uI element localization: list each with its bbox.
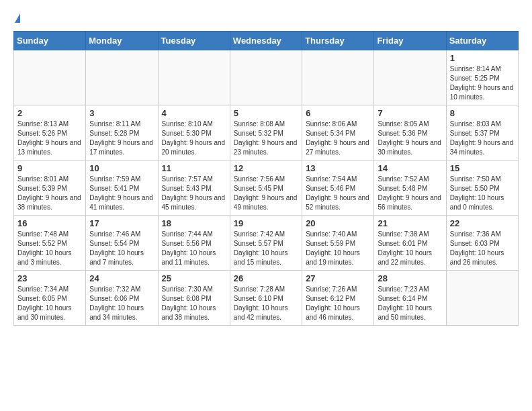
calendar-cell: 10Sunrise: 7:59 AM Sunset: 5:41 PM Dayli… — [86, 161, 158, 216]
day-number: 6 — [306, 108, 370, 118]
day-info: Sunrise: 7:56 AM Sunset: 5:45 PM Dayligh… — [234, 175, 298, 212]
calendar-cell: 8Sunrise: 8:03 AM Sunset: 5:37 PM Daylig… — [446, 105, 518, 161]
calendar-cell: 11Sunrise: 7:57 AM Sunset: 5:43 PM Dayli… — [158, 161, 230, 216]
calendar-cell: 5Sunrise: 8:08 AM Sunset: 5:32 PM Daylig… — [230, 105, 302, 161]
calendar-cell: 6Sunrise: 8:06 AM Sunset: 5:34 PM Daylig… — [302, 105, 374, 161]
day-info: Sunrise: 7:30 AM Sunset: 6:08 PM Dayligh… — [162, 285, 226, 322]
day-number: 25 — [162, 273, 226, 283]
day-number: 15 — [450, 163, 515, 173]
day-info: Sunrise: 7:36 AM Sunset: 6:03 PM Dayligh… — [450, 230, 515, 267]
calendar-cell — [86, 50, 158, 105]
day-info: Sunrise: 8:08 AM Sunset: 5:32 PM Dayligh… — [234, 120, 298, 157]
calendar-cell: 23Sunrise: 7:34 AM Sunset: 6:05 PM Dayli… — [14, 271, 86, 326]
day-number: 22 — [450, 218, 515, 228]
calendar-cell: 15Sunrise: 7:50 AM Sunset: 5:50 PM Dayli… — [446, 161, 518, 216]
calendar-cell: 19Sunrise: 7:42 AM Sunset: 5:57 PM Dayli… — [230, 216, 302, 271]
calendar-week-row: 2Sunrise: 8:13 AM Sunset: 5:26 PM Daylig… — [14, 105, 519, 161]
calendar-cell — [302, 50, 374, 105]
calendar-cell: 27Sunrise: 7:26 AM Sunset: 6:12 PM Dayli… — [302, 271, 374, 326]
calendar-week-row: 23Sunrise: 7:34 AM Sunset: 6:05 PM Dayli… — [14, 271, 519, 326]
calendar-cell: 20Sunrise: 7:40 AM Sunset: 5:59 PM Dayli… — [302, 216, 374, 271]
calendar-cell: 13Sunrise: 7:54 AM Sunset: 5:46 PM Dayli… — [302, 161, 374, 216]
day-info: Sunrise: 7:34 AM Sunset: 6:05 PM Dayligh… — [17, 285, 82, 322]
day-number: 1 — [450, 53, 515, 63]
day-info: Sunrise: 7:50 AM Sunset: 5:50 PM Dayligh… — [450, 175, 515, 212]
day-number: 4 — [162, 108, 226, 118]
calendar-cell: 21Sunrise: 7:38 AM Sunset: 6:01 PM Dayli… — [374, 216, 446, 271]
day-number: 27 — [306, 273, 370, 283]
column-header-thursday: Thursday — [302, 32, 374, 50]
day-number: 7 — [378, 108, 442, 118]
calendar-cell: 4Sunrise: 8:10 AM Sunset: 5:30 PM Daylig… — [158, 105, 230, 161]
day-info: Sunrise: 8:14 AM Sunset: 5:25 PM Dayligh… — [450, 64, 515, 102]
column-header-sunday: Sunday — [14, 32, 86, 50]
calendar-cell: 12Sunrise: 7:56 AM Sunset: 5:45 PM Dayli… — [230, 161, 302, 216]
day-number: 26 — [234, 273, 298, 283]
day-info: Sunrise: 7:40 AM Sunset: 5:59 PM Dayligh… — [306, 230, 370, 267]
header — [13, 13, 519, 24]
day-number: 20 — [306, 218, 370, 228]
day-number: 17 — [89, 218, 154, 228]
day-number: 28 — [378, 273, 442, 283]
calendar-cell: 17Sunrise: 7:46 AM Sunset: 5:54 PM Dayli… — [86, 216, 158, 271]
calendar-cell: 14Sunrise: 7:52 AM Sunset: 5:48 PM Dayli… — [374, 161, 446, 216]
day-number: 24 — [89, 273, 154, 283]
day-number: 10 — [89, 163, 154, 173]
day-number: 13 — [306, 163, 370, 173]
column-header-wednesday: Wednesday — [230, 32, 302, 50]
calendar-cell: 28Sunrise: 7:23 AM Sunset: 6:14 PM Dayli… — [374, 271, 446, 326]
calendar-cell: 9Sunrise: 8:01 AM Sunset: 5:39 PM Daylig… — [14, 161, 86, 216]
calendar-cell — [230, 50, 302, 105]
day-number: 11 — [162, 163, 226, 173]
day-number: 16 — [17, 218, 82, 228]
calendar-cell: 22Sunrise: 7:36 AM Sunset: 6:03 PM Dayli… — [446, 216, 518, 271]
calendar-table: SundayMondayTuesdayWednesdayThursdayFrid… — [13, 31, 519, 326]
day-info: Sunrise: 7:48 AM Sunset: 5:52 PM Dayligh… — [17, 230, 82, 267]
day-info: Sunrise: 7:26 AM Sunset: 6:12 PM Dayligh… — [306, 285, 370, 322]
logo-triangle-icon — [15, 13, 20, 23]
column-header-tuesday: Tuesday — [158, 32, 230, 50]
calendar-header-row: SundayMondayTuesdayWednesdayThursdayFrid… — [14, 32, 519, 50]
calendar-cell — [14, 50, 86, 105]
day-info: Sunrise: 8:03 AM Sunset: 5:37 PM Dayligh… — [450, 120, 515, 157]
day-info: Sunrise: 8:01 AM Sunset: 5:39 PM Dayligh… — [17, 175, 82, 212]
column-header-saturday: Saturday — [446, 32, 518, 50]
day-number: 19 — [234, 218, 298, 228]
day-number: 9 — [17, 163, 82, 173]
day-info: Sunrise: 7:59 AM Sunset: 5:41 PM Dayligh… — [89, 175, 154, 212]
day-number: 14 — [378, 163, 442, 173]
day-info: Sunrise: 7:54 AM Sunset: 5:46 PM Dayligh… — [306, 175, 370, 212]
day-info: Sunrise: 8:10 AM Sunset: 5:30 PM Dayligh… — [162, 120, 226, 157]
column-header-friday: Friday — [374, 32, 446, 50]
calendar-cell: 1Sunrise: 8:14 AM Sunset: 5:25 PM Daylig… — [446, 50, 518, 105]
day-number: 18 — [162, 218, 226, 228]
calendar-cell: 16Sunrise: 7:48 AM Sunset: 5:52 PM Dayli… — [14, 216, 86, 271]
day-number: 12 — [234, 163, 298, 173]
calendar-cell: 3Sunrise: 8:11 AM Sunset: 5:28 PM Daylig… — [86, 105, 158, 161]
day-info: Sunrise: 7:46 AM Sunset: 5:54 PM Dayligh… — [89, 230, 154, 267]
day-info: Sunrise: 7:32 AM Sunset: 6:06 PM Dayligh… — [89, 285, 154, 322]
column-header-monday: Monday — [86, 32, 158, 50]
calendar-cell: 7Sunrise: 8:05 AM Sunset: 5:36 PM Daylig… — [374, 105, 446, 161]
day-info: Sunrise: 7:44 AM Sunset: 5:56 PM Dayligh… — [162, 230, 226, 267]
calendar-cell: 18Sunrise: 7:44 AM Sunset: 5:56 PM Dayli… — [158, 216, 230, 271]
day-info: Sunrise: 7:38 AM Sunset: 6:01 PM Dayligh… — [378, 230, 442, 267]
day-info: Sunrise: 8:13 AM Sunset: 5:26 PM Dayligh… — [17, 120, 82, 157]
day-number: 3 — [89, 108, 154, 118]
calendar-cell: 25Sunrise: 7:30 AM Sunset: 6:08 PM Dayli… — [158, 271, 230, 326]
day-number: 5 — [234, 108, 298, 118]
calendar-week-row: 1Sunrise: 8:14 AM Sunset: 5:25 PM Daylig… — [14, 50, 519, 105]
calendar-cell — [158, 50, 230, 105]
calendar-cell: 24Sunrise: 7:32 AM Sunset: 6:06 PM Dayli… — [86, 271, 158, 326]
calendar-week-row: 9Sunrise: 8:01 AM Sunset: 5:39 PM Daylig… — [14, 161, 519, 216]
day-info: Sunrise: 7:23 AM Sunset: 6:14 PM Dayligh… — [378, 285, 442, 322]
calendar-cell — [446, 271, 518, 326]
logo — [13, 13, 20, 24]
day-info: Sunrise: 8:06 AM Sunset: 5:34 PM Dayligh… — [306, 120, 370, 157]
calendar-cell: 2Sunrise: 8:13 AM Sunset: 5:26 PM Daylig… — [14, 105, 86, 161]
day-number: 8 — [450, 108, 515, 118]
day-info: Sunrise: 7:28 AM Sunset: 6:10 PM Dayligh… — [234, 285, 298, 322]
day-number: 23 — [17, 273, 82, 283]
day-info: Sunrise: 7:57 AM Sunset: 5:43 PM Dayligh… — [162, 175, 226, 212]
calendar-cell — [374, 50, 446, 105]
